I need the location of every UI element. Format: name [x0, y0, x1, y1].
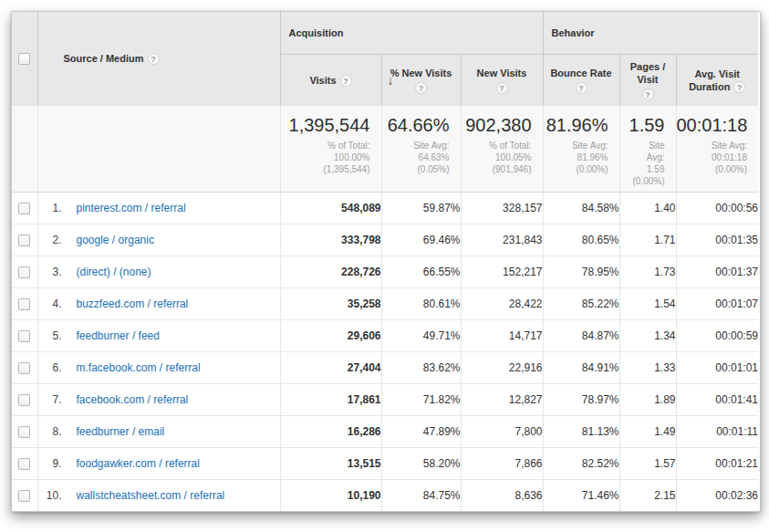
select-all-cell [12, 12, 37, 106]
summary-visits-value: 1,395,544 [281, 115, 370, 136]
behavior-label: Behavior [552, 27, 595, 38]
bounce-rate-value: 71.46% [543, 479, 619, 511]
column-header-visits[interactable]: Visits? ↓ [280, 55, 381, 107]
table-row: 2.google / organic 333,798 69.46% 231,84… [12, 224, 758, 256]
avg-visit-duration-value: 00:01:37 [676, 256, 758, 287]
source-medium-link[interactable]: feedburner / email [77, 425, 165, 438]
pct-new-visits-value: 83.62% [381, 351, 461, 383]
table-row: 7.facebook.com / referral 17,861 71.82% … [12, 383, 758, 415]
column-header-pages-visit[interactable]: Pages / Visit ? [619, 55, 676, 107]
bounce-rate-value: 81.13% [543, 415, 619, 447]
source-medium-link[interactable]: foodgawker.com / referral [77, 457, 200, 470]
row-rank: 6. [38, 361, 62, 374]
group-header-row: Source / Medium? Acquisition Behavior [12, 12, 758, 55]
new-visits-value: 231,843 [461, 224, 543, 256]
source-medium-link[interactable]: m.facebook.com / referral [77, 361, 201, 374]
visits-value: 29,606 [280, 319, 381, 351]
pages-visit-value: 1.73 [619, 256, 676, 287]
help-icon[interactable]: ? [148, 53, 160, 65]
row-rank: 8. [38, 425, 62, 438]
avg-visit-duration-value: 00:01:11 [676, 415, 758, 447]
visits-value: 35,258 [280, 287, 381, 319]
pct-new-visits-value: 66.55% [381, 256, 461, 287]
pages-visit-value: 2.15 [619, 479, 676, 511]
visits-value: 333,798 [280, 224, 381, 256]
avg-visit-duration-value: 00:01:21 [676, 447, 758, 479]
avg-visit-duration-value: 00:00:56 [676, 192, 758, 224]
visits-value: 10,190 [280, 479, 381, 511]
summary-new-visits-value: 902,380 [462, 115, 532, 136]
source-medium-link[interactable]: google / organic [77, 234, 154, 246]
summary-pct-new-visits-value: 64.66% [382, 115, 450, 136]
help-icon[interactable]: ? [642, 89, 654, 100]
summary-pages-visit-value: 1.59 [620, 115, 665, 136]
help-icon[interactable]: ? [340, 75, 352, 87]
pages-visit-value: 1.71 [619, 224, 676, 256]
new-visits-value: 152,217 [461, 256, 543, 287]
row-rank: 9. [38, 457, 62, 470]
bounce-rate-value: 84.58% [543, 192, 619, 224]
pct-new-visits-value: 80.61% [381, 287, 461, 319]
visits-value: 27,404 [280, 351, 381, 383]
row-checkbox[interactable] [18, 426, 30, 438]
group-header-acquisition: Acquisition [280, 12, 543, 55]
row-checkbox[interactable] [18, 330, 30, 342]
column-header-source-medium[interactable]: Source / Medium? [37, 12, 280, 106]
pages-visit-value: 1.33 [619, 351, 676, 383]
row-checkbox[interactable] [18, 490, 30, 502]
column-header-bounce-rate[interactable]: Bounce Rate ? [543, 55, 619, 107]
avg-visit-duration-label-line1: Avg. Visit [694, 68, 740, 79]
table-row: 8.feedburner / email 16,286 47.89% 7,800… [12, 415, 758, 447]
pages-visit-value: 1.57 [619, 447, 676, 479]
avg-visit-duration-value: 00:02:36 [676, 479, 758, 511]
column-header-avg-visit-duration[interactable]: Avg. Visit Duration? [676, 55, 758, 107]
bounce-rate-value: 78.97% [543, 383, 619, 415]
new-visits-label: New Visits [477, 68, 527, 78]
pct-new-visits-value: 69.46% [381, 224, 461, 256]
avg-visit-duration-value: 00:01:35 [676, 224, 758, 256]
row-checkbox[interactable] [18, 203, 30, 214]
source-medium-link[interactable]: pinterest.com / referral [77, 202, 186, 214]
new-visits-value: 7,800 [461, 415, 543, 447]
pages-visit-value: 1.40 [619, 192, 676, 224]
bounce-rate-value: 84.87% [543, 319, 619, 351]
table-row: 4.buzzfeed.com / referral 35,258 80.61% … [12, 287, 758, 319]
row-rank: 7. [38, 393, 62, 406]
row-rank: 10. [38, 489, 62, 502]
help-icon[interactable]: ? [496, 82, 508, 94]
row-rank: 2. [38, 234, 62, 246]
select-all-checkbox[interactable] [18, 53, 30, 65]
bounce-rate-value: 78.95% [543, 256, 619, 287]
bounce-rate-value: 82.52% [543, 447, 619, 479]
column-header-new-visits[interactable]: New Visits ? [461, 55, 543, 107]
source-medium-link[interactable]: buzzfeed.com / referral [77, 297, 189, 310]
source-medium-table: Source / Medium? Acquisition Behavior Vi… [12, 12, 758, 511]
table-row: 1.pinterest.com / referral 548,089 59.87… [12, 192, 758, 224]
pct-new-visits-value: 84.75% [381, 479, 461, 511]
source-medium-link[interactable]: wallstcheatsheet.com / referral [77, 489, 225, 502]
source-medium-link[interactable]: feedburner / feed [77, 329, 160, 342]
table-row: 10.wallstcheatsheet.com / referral 10,19… [12, 479, 758, 511]
acquisition-label: Acquisition [289, 27, 344, 38]
row-checkbox[interactable] [18, 362, 30, 374]
pct-new-visits-label: % New Visits [390, 68, 452, 78]
row-checkbox[interactable] [18, 235, 30, 246]
pct-new-visits-value: 59.87% [381, 192, 461, 224]
summary-new-visits: 902,380 % of Total:100.05%(901,946) [461, 106, 543, 192]
summary-pages-visit: 1.59 SiteAvg:1.59(0.00%) [619, 106, 676, 192]
row-checkbox[interactable] [18, 458, 30, 470]
new-visits-value: 14,717 [461, 319, 543, 351]
source-medium-link[interactable]: (direct) / (none) [77, 266, 151, 278]
summary-bounce-rate-value: 81.96% [544, 115, 608, 136]
help-icon[interactable]: ? [733, 81, 745, 93]
sort-desc-icon[interactable]: ↓ [388, 74, 394, 87]
help-icon[interactable]: ? [576, 82, 587, 94]
row-checkbox[interactable] [18, 394, 30, 406]
row-checkbox[interactable] [18, 298, 30, 310]
pct-new-visits-value: 58.20% [381, 447, 461, 479]
avg-visit-duration-value: 00:01:41 [676, 383, 758, 415]
row-checkbox[interactable] [18, 266, 30, 278]
bounce-rate-label: Bounce Rate [550, 68, 611, 78]
help-icon[interactable]: ? [415, 82, 427, 94]
source-medium-link[interactable]: facebook.com / referral [77, 393, 189, 406]
